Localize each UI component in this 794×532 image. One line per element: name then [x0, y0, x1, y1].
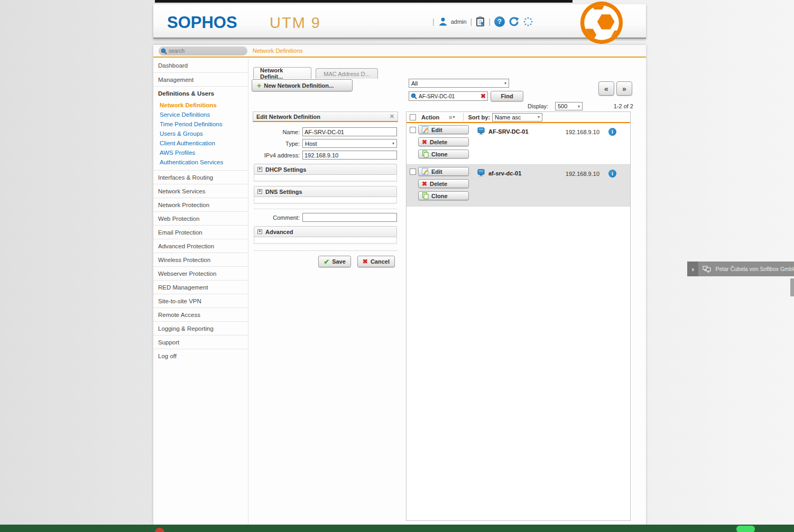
refresh-icon[interactable] [509, 16, 519, 27]
sidebar-item-advanced-protection[interactable]: Advanced Protection [153, 239, 248, 253]
close-icon[interactable]: ✕ [390, 113, 394, 120]
ipv4-field[interactable] [302, 151, 397, 160]
edit-button[interactable]: Edit [418, 125, 469, 134]
sidebar-item-network-services[interactable]: Network Services [153, 184, 248, 198]
sidebar-item-email-protection[interactable]: Email Protection [153, 225, 248, 239]
sidebar-item-logging-reporting[interactable]: Logging & Reporting [153, 321, 248, 335]
definition-ip: 192.168.9.10 [566, 129, 599, 135]
chevron-down-icon: ▾ [578, 104, 580, 109]
sidebar-item-dashboard[interactable]: Dashboard [153, 59, 248, 72]
dhcp-settings-section: + DHCP Settings [254, 164, 397, 182]
sidebar-item-interfaces-routing[interactable]: Interfaces & Routing [153, 170, 248, 184]
help-icon[interactable]: ? [494, 16, 505, 27]
tab-network-definitions[interactable]: Network Definit... [253, 67, 311, 79]
clone-button[interactable]: Clone [418, 150, 469, 158]
select-all-checkbox[interactable] [410, 114, 416, 120]
find-field[interactable]: ✖ [409, 91, 488, 101]
info-icon[interactable]: i [608, 170, 616, 178]
name-field[interactable] [302, 127, 397, 136]
status-pill[interactable] [736, 526, 755, 532]
display-count-select[interactable]: 500 ▾ [555, 102, 583, 110]
sidebar-item-authentication-services[interactable]: Authentication Services [160, 157, 248, 167]
host-icon [477, 127, 485, 135]
panel-title: Edit Network Definition [256, 114, 320, 120]
main-area: Network Definit... MAC Address D... + Ne… [248, 59, 646, 525]
sidebar-item-aws-profiles[interactable]: AWS Profiles [160, 148, 248, 157]
row-actions: Edit ✖ Delete Clone [418, 167, 469, 206]
next-page-button[interactable]: » [616, 81, 632, 96]
edge-scroll-handle[interactable] [790, 278, 794, 296]
display-count-value: 500 [558, 103, 567, 109]
type-label: Type: [254, 141, 302, 147]
new-network-definition-button[interactable]: + New Network Definition... [252, 79, 353, 91]
chevron-down-icon: ▾ [538, 115, 540, 119]
clone-button[interactable]: Clone [418, 191, 469, 200]
sidebar-item-service-definitions[interactable]: Service Definitions [160, 110, 248, 119]
row-actions: Edit ✖ Delete Clone [418, 125, 469, 164]
delete-button[interactable]: ✖ Delete [418, 179, 469, 188]
sidebar-item-wireless-protection[interactable]: Wireless Protection [153, 253, 248, 266]
clear-icon[interactable]: ✖ [481, 93, 486, 99]
ipv4-label: IPv4 address: [254, 152, 302, 158]
advanced-section: + Advanced [254, 226, 397, 244]
session-expand-button[interactable]: › [687, 262, 698, 276]
sidebar-item-log-off[interactable]: Log off [153, 349, 248, 362]
sidebar-item-site-to-site-vpn[interactable]: Site-to-site VPN [153, 294, 248, 307]
divider: | [470, 17, 473, 26]
advanced-header[interactable]: + Advanced [254, 226, 397, 237]
dotted-divider [254, 250, 397, 251]
sidebar-item-time-period-definitions[interactable]: Time Period Definitions [160, 119, 248, 129]
type-select[interactable]: Host ▾ [302, 139, 397, 148]
definition-name[interactable]: AF-SRV-DC-01 [488, 128, 529, 135]
cancel-label: Cancel [371, 258, 390, 265]
sidebar-item-network-definitions[interactable]: Network Definitions [160, 100, 248, 110]
sidebar-item-management[interactable]: Management [153, 72, 248, 86]
edit-button[interactable]: Edit [418, 167, 469, 176]
find-button[interactable]: Find [491, 91, 523, 101]
type-value: Host [305, 141, 317, 147]
find-button-label: Find [501, 93, 513, 99]
batch-menu-icon[interactable]: ≡ [449, 114, 451, 120]
type-filter-select[interactable]: All ▾ [409, 79, 509, 88]
cross-icon: ✖ [363, 258, 368, 265]
sidebar-item-remote-access[interactable]: Remote Access [153, 307, 248, 321]
topbar: Network Definitions [153, 45, 646, 58]
bottom-taskbar [0, 525, 794, 532]
sidebar-item-red-management[interactable]: RED Management [153, 280, 248, 294]
prev-page-button[interactable]: « [598, 81, 614, 96]
row-checkbox[interactable] [410, 127, 416, 133]
section-body [254, 237, 397, 244]
sidebar-item-web-protection[interactable]: Web Protection [153, 211, 248, 225]
definition-name[interactable]: af-srv-dc-01 [488, 170, 521, 176]
cancel-button[interactable]: ✖ Cancel [357, 256, 395, 267]
sidebar-item-network-protection[interactable]: Network Protection [153, 198, 248, 211]
sort-select[interactable]: Name asc ▾ [492, 113, 542, 122]
chevron-down-icon: ▾ [504, 81, 506, 86]
sort-by-label: Sort by: [468, 114, 490, 120]
dhcp-settings-header[interactable]: + DHCP Settings [254, 164, 397, 175]
notes-icon[interactable] [476, 16, 485, 27]
delete-button[interactable]: ✖ Delete [418, 137, 469, 146]
sidebar-item-webserver-protection[interactable]: Webserver Protection [153, 266, 248, 280]
find-input[interactable] [419, 94, 479, 99]
info-icon[interactable]: i [608, 128, 616, 136]
row-checkbox[interactable] [410, 169, 416, 175]
name-row: Name: [254, 127, 397, 136]
host-line: af-srv-dc-01 [477, 169, 630, 177]
sidebar-search[interactable] [159, 46, 247, 55]
edit-icon [422, 168, 429, 175]
expand-icon: + [257, 229, 262, 234]
chevron-down-icon: ▾ [392, 141, 394, 146]
session-user-label: Petar Čubela von Softbox GmbH [715, 266, 794, 272]
host-line: AF-SRV-DC-01 [477, 127, 630, 135]
sidebar-item-users-groups[interactable]: Users & Groups [160, 129, 248, 138]
dns-settings-header[interactable]: + DNS Settings [254, 186, 397, 197]
comment-field[interactable] [302, 213, 397, 222]
sidebar-item-support[interactable]: Support [153, 335, 248, 349]
list-header: Action ≡ ▾ Sort by: Name asc ▾ [407, 112, 630, 123]
sidebar-item-definitions-users[interactable]: Definitions & Users [153, 86, 248, 100]
sidebar-item-client-authentication[interactable]: Client Authentication [160, 138, 248, 148]
search-input[interactable] [169, 48, 232, 54]
tab-mac-address-definitions[interactable]: MAC Address D... [316, 68, 378, 79]
save-button[interactable]: ✔ Save [318, 256, 351, 267]
